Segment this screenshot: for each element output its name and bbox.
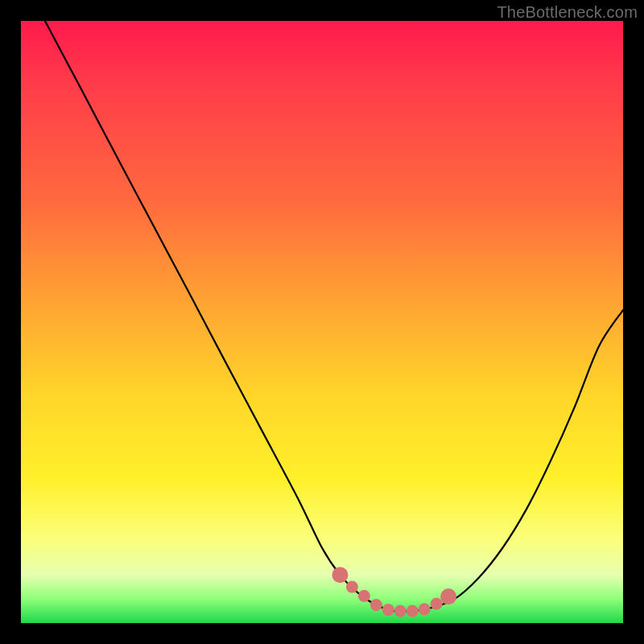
highlight-dot <box>419 603 431 615</box>
chart-svg <box>21 21 623 623</box>
bottleneck-curve <box>45 21 623 612</box>
highlight-dot <box>440 588 456 605</box>
highlight-dot <box>346 581 358 593</box>
plot-area <box>21 21 623 623</box>
highlight-dot <box>394 605 407 617</box>
highlight-dot <box>370 599 382 611</box>
highlight-dot <box>332 567 348 583</box>
highlight-dots <box>332 567 456 617</box>
highlight-dot <box>358 590 370 602</box>
chart-frame: TheBottleneck.com <box>0 0 644 644</box>
highlight-dot <box>431 598 443 610</box>
highlight-dot <box>407 605 419 617</box>
watermark-text: TheBottleneck.com <box>497 3 638 22</box>
highlight-dot <box>382 604 394 616</box>
